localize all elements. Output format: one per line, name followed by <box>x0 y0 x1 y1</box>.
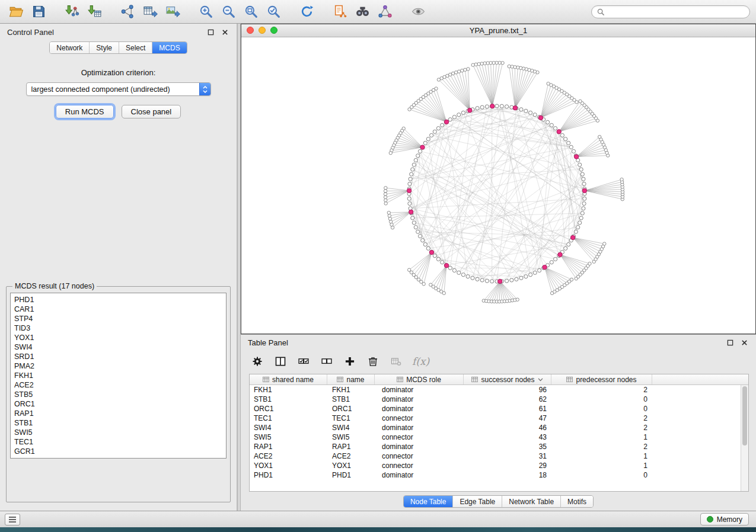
mcds-result-item[interactable]: TID3 <box>14 323 222 333</box>
window-minimize-icon[interactable] <box>259 27 266 34</box>
export-table-icon <box>143 4 158 19</box>
mcds-result-item[interactable]: STB5 <box>14 390 222 399</box>
table-row[interactable]: SWI5SWI5connector431 <box>250 432 748 442</box>
table-cell: SWI4 <box>250 424 327 432</box>
close-panel-action-button[interactable]: Close panel <box>122 105 181 118</box>
vizmap-button[interactable] <box>375 2 395 21</box>
table-settings-button[interactable] <box>250 354 264 368</box>
delete-column-button[interactable] <box>366 354 380 368</box>
column-header-predecessor-nodes[interactable]: predecessor nodes <box>551 374 652 384</box>
table-float-panel-button[interactable] <box>725 338 735 347</box>
mcds-result-item[interactable]: RAP1 <box>14 409 222 418</box>
table-scrollbar[interactable] <box>741 385 748 491</box>
columns-icon <box>275 355 286 367</box>
mcds-result-item[interactable]: CAR1 <box>14 305 222 314</box>
run-mcds-button[interactable]: Run MCDS <box>56 105 114 118</box>
import-network-button[interactable] <box>62 2 82 21</box>
function-builder-button[interactable]: f(x) <box>412 355 429 367</box>
column-header-name[interactable]: name <box>327 374 375 384</box>
scrollbar-thumb[interactable] <box>742 386 747 446</box>
mcds-result-item[interactable]: ACE2 <box>14 380 222 390</box>
first-neighbors-button[interactable] <box>352 2 372 21</box>
mcds-result-item[interactable]: PMA2 <box>14 361 222 371</box>
zoom-fit-button[interactable] <box>241 2 261 21</box>
window-maximize-icon[interactable] <box>270 27 277 34</box>
export-network-button[interactable] <box>117 2 138 21</box>
tab-motifs[interactable]: Motifs <box>561 496 593 507</box>
mcds-result-item[interactable]: YOX1 <box>14 333 222 342</box>
table-cell: 61 <box>464 405 551 413</box>
table-cell: SWI5 <box>250 433 327 441</box>
network-view[interactable] <box>241 37 755 334</box>
mcds-result-item[interactable]: SWI4 <box>14 342 222 352</box>
zoom-out-icon <box>221 4 236 19</box>
network-window-titlebar[interactable]: YPA_prune.txt_1 <box>241 24 755 37</box>
table-cell: TEC1 <box>327 414 375 422</box>
close-icon <box>741 339 748 346</box>
save-session-button[interactable] <box>28 2 49 21</box>
close-panel-button[interactable] <box>220 27 229 37</box>
tab-node-table[interactable]: Node Table <box>404 496 454 507</box>
criterion-dropdown-value: largest connected component (undirected) <box>27 85 199 94</box>
status-bar: Memory <box>0 511 756 527</box>
select-all-columns-button[interactable] <box>296 354 311 368</box>
table-close-panel-button[interactable] <box>739 338 749 347</box>
table-row[interactable]: ACE2ACE2connector311 <box>250 451 748 461</box>
window-close-icon[interactable] <box>247 27 254 34</box>
mcds-result-item[interactable]: PHD1 <box>14 295 222 305</box>
table-row[interactable]: ORC1ORC1dominator610 <box>250 404 748 414</box>
mcds-result-item[interactable]: TEC1 <box>14 437 222 447</box>
mcds-result-item[interactable]: ORC1 <box>14 399 222 409</box>
table-row[interactable]: RAP1RAP1dominator352 <box>250 442 748 451</box>
unselect-all-columns-button[interactable] <box>320 354 334 368</box>
tab-network[interactable]: Network <box>50 42 90 53</box>
column-header-shared-name[interactable]: shared name <box>250 374 327 384</box>
table-row[interactable]: STB1STB1dominator620 <box>250 395 748 404</box>
create-column-button[interactable] <box>343 354 357 368</box>
table-cell: 2 <box>551 386 652 394</box>
show-panels-button[interactable] <box>5 514 20 525</box>
import-table-disabled-button[interactable] <box>389 354 403 368</box>
table-row[interactable]: FKH1FKH1dominator962 <box>250 385 748 395</box>
open-file-button[interactable] <box>6 2 26 21</box>
mcds-result-item[interactable]: SRD1 <box>14 352 222 361</box>
mcds-result-item[interactable]: SWI5 <box>14 428 222 437</box>
show-columns-button[interactable] <box>273 354 288 368</box>
zoom-selected-button[interactable] <box>263 2 283 21</box>
search-input[interactable] <box>607 8 744 16</box>
show-hide-graphics-button[interactable] <box>408 2 428 21</box>
column-header-successor-nodes[interactable]: successor nodes <box>464 374 551 384</box>
mcds-result-item[interactable]: STB1 <box>14 418 222 428</box>
table-row[interactable]: TEC1TEC1connector472 <box>250 414 748 423</box>
table-row[interactable]: YOX1YOX1connector291 <box>250 461 748 470</box>
zoom-in-button[interactable] <box>196 2 216 21</box>
document-share-button[interactable] <box>330 2 350 21</box>
column-header-mcds-role[interactable]: MCDS role <box>375 374 464 384</box>
tab-mcds[interactable]: MCDS <box>152 42 186 53</box>
style-painter-icon <box>378 4 393 19</box>
apply-layout-button[interactable] <box>296 2 317 21</box>
float-panel-button[interactable] <box>206 27 215 37</box>
tab-select[interactable]: Select <box>119 42 152 53</box>
table-header-row: shared name name MCDS role successor nod… <box>250 374 748 385</box>
criterion-dropdown[interactable]: largest connected component (undirected) <box>26 82 211 96</box>
import-network-icon <box>65 4 79 19</box>
table-row[interactable]: PHD1PHD1dominator180 <box>250 470 748 480</box>
mcds-result-item[interactable]: FKH1 <box>14 371 222 380</box>
mcds-result-list[interactable]: PHD1CAR1STP4TID3YOX1SWI4SRD1PMA2FKH1ACE2… <box>10 293 227 459</box>
network-graph[interactable] <box>241 37 755 334</box>
trash-icon <box>367 355 379 367</box>
export-table-button[interactable] <box>140 2 160 21</box>
table-row[interactable]: SWI4SWI4dominator462 <box>250 423 748 432</box>
export-image-button[interactable] <box>162 2 183 21</box>
tab-network-table[interactable]: Network Table <box>502 496 561 507</box>
memory-button[interactable]: Memory <box>700 513 749 525</box>
mcds-result-item[interactable]: GCR1 <box>14 447 222 456</box>
tab-edge-table[interactable]: Edge Table <box>453 496 502 507</box>
table-cell: ACE2 <box>327 452 375 460</box>
zoom-out-button[interactable] <box>218 2 238 21</box>
mcds-result-item[interactable]: STP4 <box>14 314 222 323</box>
import-table-button[interactable] <box>84 2 104 21</box>
tab-style[interactable]: Style <box>90 42 119 53</box>
search-field[interactable] <box>591 5 750 18</box>
